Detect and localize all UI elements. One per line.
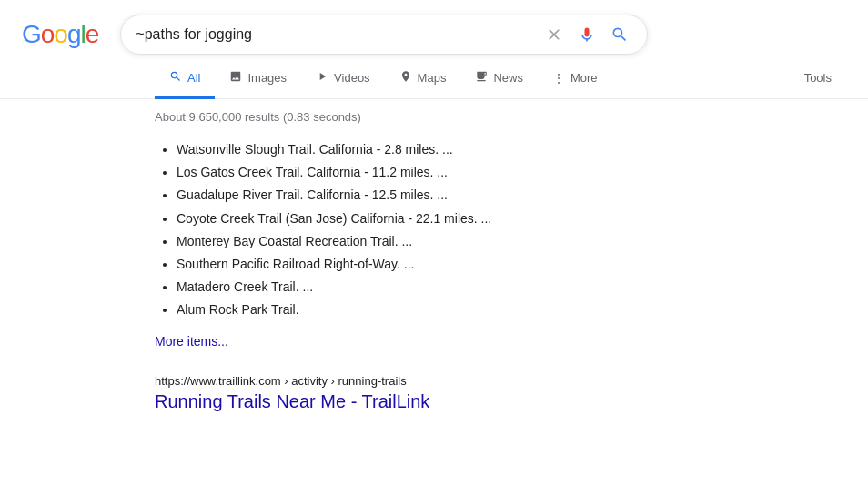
close-icon bbox=[545, 25, 563, 44]
images-icon bbox=[229, 70, 242, 86]
nav-tabs: All Images Videos Maps News ⋮ More Tools bbox=[0, 58, 868, 99]
result-list: Watsonville Slough Trail. California - 2… bbox=[155, 138, 846, 322]
search-icon bbox=[611, 25, 629, 44]
maps-icon bbox=[399, 70, 412, 86]
logo-o1: o bbox=[41, 20, 55, 49]
results-count: About 9,650,000 results (0.83 seconds) bbox=[155, 110, 846, 124]
microphone-button[interactable] bbox=[574, 22, 600, 47]
search-button[interactable] bbox=[607, 22, 632, 47]
more-icon: ⋮ bbox=[552, 71, 565, 86]
clear-button[interactable] bbox=[541, 22, 567, 47]
results-area: About 9,650,000 results (0.83 seconds) W… bbox=[0, 99, 868, 423]
result-title-link[interactable]: Running Trails Near Me - TrailLink bbox=[155, 391, 429, 412]
tab-news-label: News bbox=[493, 71, 523, 85]
list-item: Watsonville Slough Trail. California - 2… bbox=[177, 138, 846, 161]
nav-tools-container: Tools bbox=[790, 59, 868, 97]
list-item: Guadalupe River Trail. California - 12.5… bbox=[177, 184, 846, 207]
search-bar: ~paths for jogging bbox=[120, 15, 648, 55]
list-item: Monterey Bay Coastal Recreation Trail. .… bbox=[177, 230, 846, 253]
list-item: Southern Pacific Railroad Right-of-Way. … bbox=[177, 253, 846, 276]
logo-G: G bbox=[22, 20, 41, 49]
header: Google ~paths for jogging bbox=[0, 0, 868, 55]
google-logo: Google bbox=[22, 20, 98, 49]
tab-more-label: More bbox=[570, 71, 598, 85]
tab-images-label: Images bbox=[247, 71, 287, 85]
tab-maps-label: Maps bbox=[418, 71, 447, 85]
tab-maps[interactable]: Maps bbox=[385, 59, 461, 99]
tab-images[interactable]: Images bbox=[215, 59, 301, 99]
tools-button[interactable]: Tools bbox=[790, 60, 846, 98]
list-item: Matadero Creek Trail. ... bbox=[177, 276, 846, 299]
search-input[interactable]: ~paths for jogging bbox=[136, 26, 534, 43]
videos-icon bbox=[316, 70, 328, 86]
result-card: https://www.traillink.com › activity › r… bbox=[155, 374, 846, 412]
tab-all[interactable]: All bbox=[155, 59, 215, 99]
logo-e: e bbox=[86, 20, 99, 49]
microphone-icon bbox=[578, 25, 596, 44]
list-item: Alum Rock Park Trail. bbox=[177, 299, 846, 321]
tab-more[interactable]: ⋮ More bbox=[538, 60, 612, 99]
news-icon bbox=[475, 70, 488, 86]
result-url: https://www.traillink.com › activity › r… bbox=[155, 374, 846, 388]
logo-g: g bbox=[67, 20, 81, 49]
tab-all-label: All bbox=[187, 71, 200, 85]
search-icon bbox=[169, 70, 182, 86]
logo-o2: o bbox=[54, 20, 67, 49]
tab-videos-label: Videos bbox=[334, 71, 370, 85]
list-item: Los Gatos Creek Trail. California - 11.2… bbox=[177, 161, 846, 184]
list-item: Coyote Creek Trail (San Jose) California… bbox=[177, 208, 846, 230]
tab-news[interactable]: News bbox=[460, 59, 538, 99]
more-items-link[interactable]: More items... bbox=[155, 334, 228, 349]
tab-videos[interactable]: Videos bbox=[301, 59, 385, 99]
